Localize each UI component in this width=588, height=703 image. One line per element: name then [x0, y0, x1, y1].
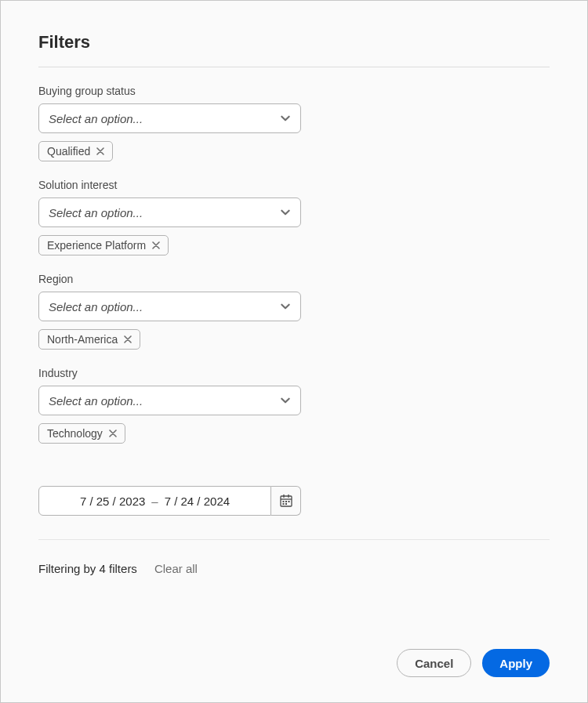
tag-technology[interactable]: Technology [38, 423, 125, 444]
tag-row-buying-group-status: Qualified [38, 141, 550, 161]
button-row: Cancel Apply [38, 649, 550, 677]
select-industry[interactable]: Select an option... [38, 386, 301, 415]
select-solution-interest[interactable]: Select an option... [38, 197, 301, 227]
apply-button[interactable]: Apply [482, 649, 550, 677]
date-separator: – [151, 495, 158, 508]
tag-label: Technology [47, 428, 103, 439]
filters-panel: Filters Buying group status Select an op… [0, 0, 588, 703]
panel-title: Filters [38, 32, 550, 53]
select-region[interactable]: Select an option... [38, 292, 301, 321]
cancel-button[interactable]: Cancel [397, 649, 471, 677]
chevron-down-icon [280, 113, 291, 124]
clear-all-button[interactable]: Clear all [154, 562, 198, 575]
field-label-solution-interest: Solution interest [38, 179, 550, 191]
tag-label: Experience Platform [47, 240, 146, 251]
date-end: 7 / 24 / 2024 [165, 495, 230, 508]
field-buying-group-status: Buying group status Select an option... … [38, 85, 550, 161]
select-placeholder: Select an option... [49, 206, 143, 219]
filter-summary-row: Filtering by 4 filters Clear all [38, 562, 550, 575]
field-solution-interest: Solution interest Select an option... Ex… [38, 179, 550, 255]
close-icon[interactable] [96, 147, 104, 155]
field-label-region: Region [38, 273, 550, 285]
select-placeholder: Select an option... [49, 300, 143, 313]
tag-row-industry: Technology [38, 423, 550, 444]
field-industry: Industry Select an option... Technology [38, 367, 550, 444]
divider-top [38, 67, 550, 67]
tag-row-solution-interest: Experience Platform [38, 235, 550, 255]
close-icon[interactable] [124, 335, 132, 343]
svg-rect-4 [282, 501, 284, 502]
date-range-input[interactable]: 7 / 25 / 2023 – 7 / 24 / 2024 [38, 486, 271, 516]
tag-row-region: North-America [38, 329, 550, 350]
date-range-field: 7 / 25 / 2023 – 7 / 24 / 2024 [38, 486, 550, 516]
svg-rect-5 [285, 501, 287, 502]
calendar-icon [279, 494, 293, 508]
svg-rect-7 [282, 503, 284, 505]
field-label-buying-group-status: Buying group status [38, 85, 550, 97]
field-label-industry: Industry [38, 367, 550, 379]
divider-bottom [38, 539, 550, 540]
tag-label: North-America [47, 334, 118, 345]
select-buying-group-status[interactable]: Select an option... [38, 103, 301, 133]
date-start: 7 / 25 / 2023 [80, 495, 145, 508]
close-icon[interactable] [109, 429, 117, 437]
chevron-down-icon [280, 395, 291, 406]
svg-rect-6 [288, 501, 289, 502]
tag-north-america[interactable]: North-America [38, 329, 140, 350]
tag-label: Qualified [47, 146, 90, 157]
select-placeholder: Select an option... [49, 394, 143, 408]
calendar-button[interactable] [271, 486, 301, 516]
chevron-down-icon [280, 207, 291, 218]
chevron-down-icon [280, 301, 291, 312]
select-placeholder: Select an option... [49, 112, 143, 125]
spacer [38, 575, 550, 649]
tag-qualified[interactable]: Qualified [38, 141, 113, 161]
filter-summary-text: Filtering by 4 filters [38, 562, 137, 575]
close-icon[interactable] [152, 241, 160, 249]
tag-experience-platform[interactable]: Experience Platform [38, 235, 169, 255]
svg-rect-8 [285, 503, 287, 505]
field-region: Region Select an option... North-America [38, 273, 550, 350]
